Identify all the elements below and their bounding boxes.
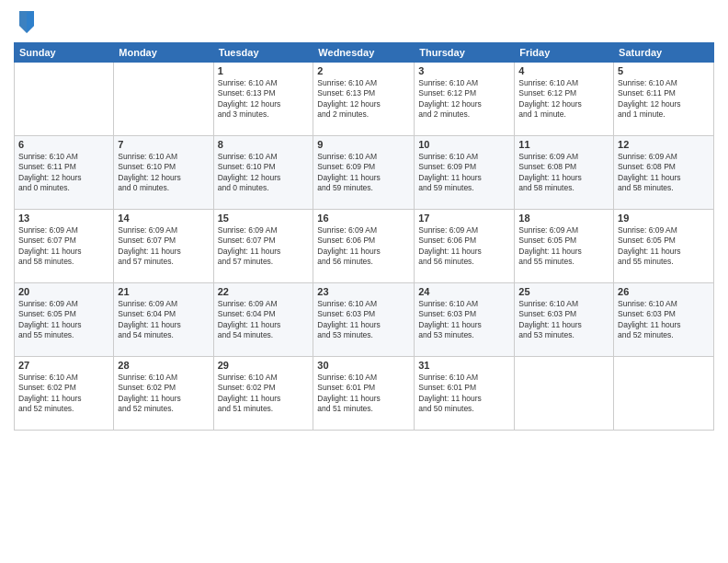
calendar-cell: 7Sunrise: 6:10 AMSunset: 6:10 PMDaylight… [114,136,213,210]
day-number: 26 [618,286,710,297]
day-info: Sunrise: 6:10 AMSunset: 6:03 PMDaylight:… [518,299,609,341]
weekday-header-row: SundayMondayTuesdayWednesdayThursdayFrid… [15,43,714,63]
calendar-cell [614,357,714,431]
calendar-cell [515,357,614,431]
weekday-header-monday: Monday [114,43,213,63]
calendar-cell: 18Sunrise: 6:09 AMSunset: 6:05 PMDayligh… [515,210,614,283]
day-number: 23 [317,286,410,297]
day-info: Sunrise: 6:10 AMSunset: 6:02 PMDaylight:… [18,373,109,415]
calendar-cell: 1Sunrise: 6:10 AMSunset: 6:13 PMDaylight… [213,63,313,136]
logo-icon [16,9,38,35]
calendar-cell: 28Sunrise: 6:10 AMSunset: 6:02 PMDayligh… [114,357,213,431]
calendar-cell [15,63,114,136]
day-number: 4 [518,65,609,76]
day-info: Sunrise: 6:10 AMSunset: 6:02 PMDaylight:… [218,373,310,415]
day-number: 20 [18,286,109,297]
day-number: 14 [118,213,209,224]
day-number: 3 [418,65,510,76]
day-number: 16 [317,213,410,224]
weekday-header-friday: Friday [515,43,614,63]
day-number: 21 [118,286,209,297]
day-info: Sunrise: 6:10 AMSunset: 6:13 PMDaylight:… [317,78,410,121]
calendar-cell: 12Sunrise: 6:09 AMSunset: 6:08 PMDayligh… [614,136,714,210]
day-info: Sunrise: 6:09 AMSunset: 6:04 PMDaylight:… [118,299,209,341]
day-number: 13 [18,213,109,224]
day-info: Sunrise: 6:10 AMSunset: 6:09 PMDaylight:… [418,152,510,194]
calendar-cell: 16Sunrise: 6:09 AMSunset: 6:06 PMDayligh… [313,210,415,283]
day-info: Sunrise: 6:09 AMSunset: 6:08 PMDaylight:… [518,152,609,194]
calendar-cell: 14Sunrise: 6:09 AMSunset: 6:07 PMDayligh… [114,210,213,283]
page: SundayMondayTuesdayWednesdayThursdayFrid… [0,0,728,563]
day-info: Sunrise: 6:10 AMSunset: 6:12 PMDaylight:… [518,78,609,121]
calendar-cell: 15Sunrise: 6:09 AMSunset: 6:07 PMDayligh… [213,210,313,283]
day-info: Sunrise: 6:09 AMSunset: 6:05 PMDaylight:… [18,299,109,341]
calendar-cell: 27Sunrise: 6:10 AMSunset: 6:02 PMDayligh… [15,357,114,431]
calendar-cell: 26Sunrise: 6:10 AMSunset: 6:03 PMDayligh… [614,283,714,357]
day-number: 30 [317,360,410,371]
calendar-cell: 30Sunrise: 6:10 AMSunset: 6:01 PMDayligh… [313,357,415,431]
day-info: Sunrise: 6:09 AMSunset: 6:04 PMDaylight:… [218,299,310,341]
day-number: 8 [218,139,310,150]
calendar-week-4: 20Sunrise: 6:09 AMSunset: 6:05 PMDayligh… [15,283,714,357]
calendar-week-1: 1Sunrise: 6:10 AMSunset: 6:13 PMDaylight… [15,63,714,136]
calendar-week-2: 6Sunrise: 6:10 AMSunset: 6:11 PMDaylight… [15,136,714,210]
day-info: Sunrise: 6:10 AMSunset: 6:13 PMDaylight:… [218,78,310,121]
calendar-cell: 10Sunrise: 6:10 AMSunset: 6:09 PMDayligh… [415,136,515,210]
day-info: Sunrise: 6:10 AMSunset: 6:03 PMDaylight:… [618,299,710,341]
calendar-cell: 19Sunrise: 6:09 AMSunset: 6:05 PMDayligh… [614,210,714,283]
calendar-cell: 24Sunrise: 6:10 AMSunset: 6:03 PMDayligh… [415,283,515,357]
calendar-cell: 4Sunrise: 6:10 AMSunset: 6:12 PMDaylight… [515,63,614,136]
day-number: 11 [518,139,609,150]
calendar-week-5: 27Sunrise: 6:10 AMSunset: 6:02 PMDayligh… [15,357,714,431]
day-number: 29 [218,360,310,371]
day-number: 28 [118,360,209,371]
day-info: Sunrise: 6:09 AMSunset: 6:08 PMDaylight:… [618,152,710,194]
svg-marker-1 [27,11,34,33]
day-info: Sunrise: 6:09 AMSunset: 6:05 PMDaylight:… [618,225,710,268]
day-info: Sunrise: 6:10 AMSunset: 6:12 PMDaylight:… [418,78,510,121]
day-info: Sunrise: 6:10 AMSunset: 6:03 PMDaylight:… [418,299,510,341]
calendar-cell: 17Sunrise: 6:09 AMSunset: 6:06 PMDayligh… [415,210,515,283]
calendar-cell: 13Sunrise: 6:09 AMSunset: 6:07 PMDayligh… [15,210,114,283]
day-number: 10 [418,139,510,150]
calendar-week-3: 13Sunrise: 6:09 AMSunset: 6:07 PMDayligh… [15,210,714,283]
day-number: 18 [518,213,609,224]
day-number: 1 [218,65,310,76]
day-info: Sunrise: 6:09 AMSunset: 6:07 PMDaylight:… [218,225,310,268]
calendar-table: SundayMondayTuesdayWednesdayThursdayFrid… [14,42,714,431]
calendar-cell: 21Sunrise: 6:09 AMSunset: 6:04 PMDayligh… [114,283,213,357]
day-info: Sunrise: 6:10 AMSunset: 6:02 PMDaylight:… [118,373,209,415]
day-number: 22 [218,286,310,297]
calendar-cell: 20Sunrise: 6:09 AMSunset: 6:05 PMDayligh… [15,283,114,357]
day-number: 24 [418,286,510,297]
calendar-cell: 25Sunrise: 6:10 AMSunset: 6:03 PMDayligh… [515,283,614,357]
day-number: 12 [618,139,710,150]
calendar-cell: 8Sunrise: 6:10 AMSunset: 6:10 PMDaylight… [213,136,313,210]
day-info: Sunrise: 6:09 AMSunset: 6:05 PMDaylight:… [518,225,609,268]
calendar-cell: 23Sunrise: 6:10 AMSunset: 6:03 PMDayligh… [313,283,415,357]
weekday-header-wednesday: Wednesday [313,43,415,63]
day-number: 7 [118,139,209,150]
day-number: 9 [317,139,410,150]
calendar-cell: 22Sunrise: 6:09 AMSunset: 6:04 PMDayligh… [213,283,313,357]
calendar-cell: 11Sunrise: 6:09 AMSunset: 6:08 PMDayligh… [515,136,614,210]
day-info: Sunrise: 6:09 AMSunset: 6:06 PMDaylight:… [418,225,510,268]
weekday-header-saturday: Saturday [614,43,714,63]
day-info: Sunrise: 6:09 AMSunset: 6:06 PMDaylight:… [317,225,410,268]
calendar-cell [114,63,213,136]
calendar-cell: 31Sunrise: 6:10 AMSunset: 6:01 PMDayligh… [415,357,515,431]
day-info: Sunrise: 6:10 AMSunset: 6:10 PMDaylight:… [218,152,310,194]
day-info: Sunrise: 6:09 AMSunset: 6:07 PMDaylight:… [118,225,209,268]
day-number: 15 [218,213,310,224]
calendar-cell: 9Sunrise: 6:10 AMSunset: 6:09 PMDaylight… [313,136,415,210]
day-number: 31 [418,360,510,371]
calendar-cell: 29Sunrise: 6:10 AMSunset: 6:02 PMDayligh… [213,357,313,431]
day-number: 2 [317,65,410,76]
day-number: 17 [418,213,510,224]
weekday-header-sunday: Sunday [15,43,114,63]
day-info: Sunrise: 6:10 AMSunset: 6:03 PMDaylight:… [317,299,410,341]
day-info: Sunrise: 6:10 AMSunset: 6:11 PMDaylight:… [618,78,710,121]
calendar-cell: 5Sunrise: 6:10 AMSunset: 6:11 PMDaylight… [614,63,714,136]
logo [14,9,38,35]
calendar-cell: 2Sunrise: 6:10 AMSunset: 6:13 PMDaylight… [313,63,415,136]
